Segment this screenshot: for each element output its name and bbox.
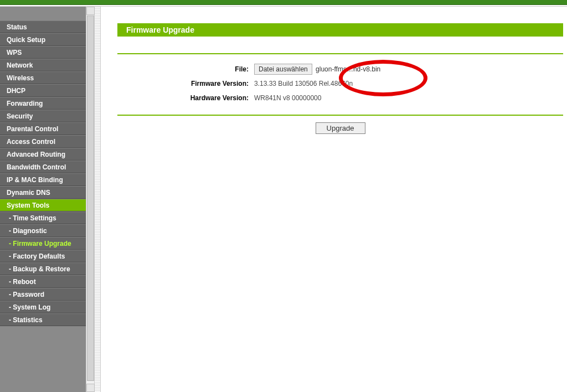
- scrollbar-thumb[interactable]: [87, 16, 94, 381]
- nav-sub-statistics[interactable]: - Statistics: [0, 313, 94, 326]
- nav-sub-factory-defaults[interactable]: - Factory Defaults: [0, 250, 94, 262]
- row-hardware-version: Hardware Version: WR841N v8 00000000: [117, 91, 567, 105]
- nav-sub-time-settings[interactable]: - Time Settings: [0, 212, 94, 224]
- nav-item-advanced-routing[interactable]: Advanced Routing: [0, 148, 94, 161]
- page-title: Firmware Upgrade: [117, 23, 563, 37]
- page-root: Status Quick Setup WPS Network Wireless …: [0, 7, 567, 392]
- nav-sub-password[interactable]: - Password: [0, 288, 94, 301]
- value-firmware-version: 3.13.33 Build 130506 Rel.48660n: [252, 80, 567, 87]
- nav-item-wireless[interactable]: Wireless: [0, 71, 94, 84]
- nav-item-forwarding[interactable]: Forwarding: [0, 97, 94, 110]
- nav-item-ip-mac-binding[interactable]: IP & MAC Binding: [0, 173, 94, 186]
- chosen-file-name: gluon-ffms…nd-v8.bin: [316, 65, 380, 73]
- main-content: Firmware Upgrade File: Datei auswählen g…: [101, 7, 567, 392]
- row-file: File: Datei auswählen gluon-ffms…nd-v8.b…: [117, 62, 567, 76]
- section-divider-bottom: [117, 115, 563, 116]
- label-file: File:: [117, 65, 252, 73]
- nav-item-parental-control[interactable]: Parental Control: [0, 122, 94, 135]
- nav-sub-system-log[interactable]: - System Log: [0, 301, 94, 313]
- scrollbar-up-icon[interactable]: [86, 7, 95, 15]
- nav-item-access-control[interactable]: Access Control: [0, 135, 94, 148]
- nav-sub-backup-restore[interactable]: - Backup & Restore: [0, 262, 94, 275]
- value-file: Datei auswählen gluon-ffms…nd-v8.bin: [252, 64, 567, 75]
- nav-sub-diagnostic[interactable]: - Diagnostic: [0, 224, 94, 237]
- nav-item-quick-setup[interactable]: Quick Setup: [0, 33, 94, 46]
- nav-item-wps[interactable]: WPS: [0, 46, 94, 59]
- nav-item-dynamic-dns[interactable]: Dynamic DNS: [0, 186, 94, 199]
- scrollbar-down-icon[interactable]: [86, 384, 95, 392]
- label-hardware-version: Hardware Version:: [117, 94, 252, 102]
- nav-sub-firmware-upgrade[interactable]: - Firmware Upgrade: [0, 237, 94, 250]
- nav-item-security[interactable]: Security: [0, 110, 94, 122]
- nav-item-system-tools[interactable]: System Tools: [0, 199, 94, 212]
- actions-row: Upgrade: [117, 122, 563, 134]
- nav-item-status[interactable]: Status: [0, 20, 94, 33]
- frame-divider[interactable]: [94, 7, 101, 392]
- label-firmware-version: Firmware Version:: [117, 80, 252, 87]
- nav-item-bandwidth-control[interactable]: Bandwidth Control: [0, 161, 94, 173]
- top-brand-bar: [0, 0, 567, 5]
- row-firmware-version: Firmware Version: 3.13.33 Build 130506 R…: [117, 76, 567, 90]
- choose-file-button[interactable]: Datei auswählen: [254, 64, 312, 75]
- value-hardware-version: WR841N v8 00000000: [252, 94, 567, 102]
- upgrade-button[interactable]: Upgrade: [316, 122, 365, 134]
- nav-sub-reboot[interactable]: - Reboot: [0, 275, 94, 288]
- sidebar-scrollbar[interactable]: [86, 7, 94, 392]
- nav-item-dhcp[interactable]: DHCP: [0, 84, 94, 97]
- firmware-form: File: Datei auswählen gluon-ffms…nd-v8.b…: [117, 54, 567, 105]
- nav-item-network[interactable]: Network: [0, 59, 94, 71]
- sidebar: Status Quick Setup WPS Network Wireless …: [0, 7, 94, 392]
